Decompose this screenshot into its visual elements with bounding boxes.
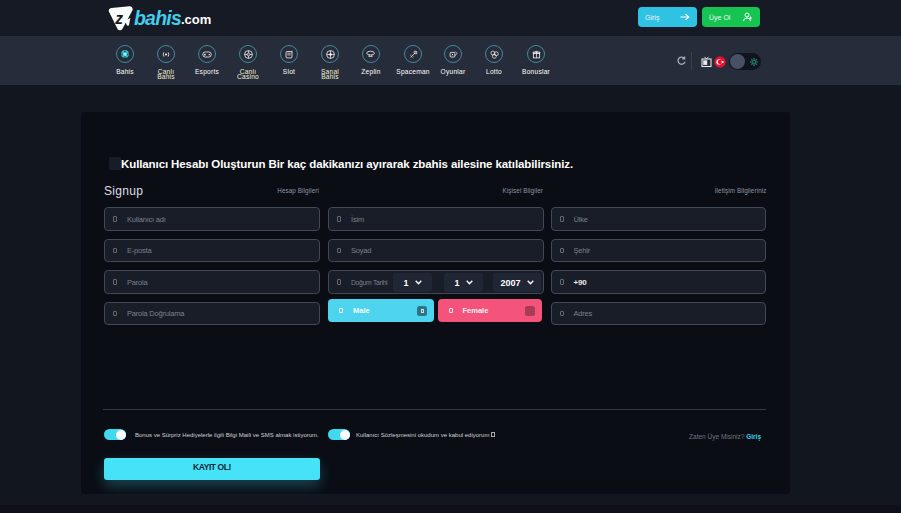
svg-text:z: z [114, 10, 123, 27]
